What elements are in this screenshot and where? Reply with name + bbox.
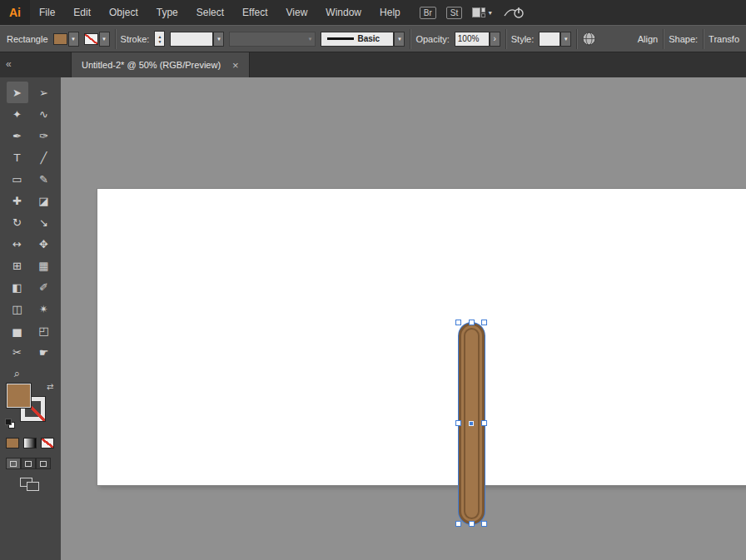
eyedropper-tool[interactable]: ✐ (33, 276, 55, 298)
lasso-tool[interactable]: ∿ (33, 103, 55, 125)
hand-tool[interactable]: ☛ (33, 341, 55, 363)
opacity-value[interactable]: 100% (455, 32, 490, 47)
stroke-swatch-none[interactable] (84, 33, 98, 45)
style-value[interactable] (539, 32, 560, 47)
bridge-button[interactable]: Br (420, 7, 436, 19)
selection-tool[interactable]: ➤ (7, 82, 28, 103)
menu-view[interactable]: View (277, 0, 317, 25)
document-tab[interactable]: Untitled-2* @ 50% (RGB/Preview) × (71, 52, 250, 77)
artboard-tool[interactable]: ◰ (33, 320, 55, 341)
color-button[interactable] (6, 438, 19, 448)
menu-type[interactable]: Type (147, 0, 187, 25)
transform-button[interactable]: Transfo (709, 34, 739, 44)
stroke-weight-label[interactable]: Stroke: (121, 34, 150, 44)
selection-handle-bottom-left[interactable] (455, 521, 461, 527)
width-tool[interactable]: ↔ (7, 233, 28, 255)
magic-wand-tool[interactable]: ✦ (7, 103, 28, 125)
stroke-weight-value[interactable] (170, 32, 213, 47)
gradient-tool[interactable]: ◧ (7, 276, 28, 298)
fill-color-dropdown[interactable]: ▼ (53, 32, 79, 47)
column-graph-tool[interactable]: ▅ (7, 320, 28, 341)
draw-inside-button[interactable] (36, 458, 51, 469)
selection-handle-top-left[interactable] (455, 320, 461, 325)
blend-tool[interactable]: ◫ (7, 298, 28, 320)
stroke-color-dropdown[interactable]: ▼ (84, 32, 110, 47)
mesh-tool[interactable]: ▦ (33, 255, 55, 276)
screen-mode-button[interactable] (20, 478, 40, 491)
shape-label[interactable]: Shape: (669, 34, 698, 44)
selection-handle-top-right[interactable] (481, 320, 487, 325)
swap-fill-stroke-icon[interactable]: ⇄ (47, 382, 53, 391)
menu-window[interactable]: Window (316, 0, 371, 25)
screen-mode-icon-back (27, 482, 39, 491)
menu-file[interactable]: File (30, 0, 64, 25)
arrange-documents-button[interactable]: ▼ (472, 7, 493, 17)
menu-help[interactable]: Help (371, 0, 410, 25)
fill-swatch[interactable] (53, 33, 67, 45)
curvature-tool[interactable]: ✑ (33, 125, 55, 146)
align-button[interactable]: Align (638, 34, 658, 44)
rectangle-tool[interactable]: ▭ (7, 168, 28, 190)
opacity-label[interactable]: Opacity: (415, 34, 449, 44)
selection-handle-middle-left[interactable] (455, 420, 461, 426)
gpu-performance-button[interactable] (503, 6, 525, 19)
menu-edit[interactable]: Edit (64, 0, 100, 25)
none-button[interactable] (41, 438, 54, 448)
symbol-sprayer-tool[interactable]: ✴ (33, 298, 55, 320)
gradient-button[interactable] (23, 438, 37, 448)
menu-bar: Ai File Edit Object Type Select Effect V… (0, 0, 746, 25)
default-fill-stroke-icon[interactable] (5, 419, 17, 430)
brush-definition-combo[interactable]: Basic ▼ (321, 32, 405, 47)
type-tool[interactable]: T (7, 146, 28, 168)
draw-normal-icon (10, 461, 17, 467)
scale-tool[interactable]: ↘ (33, 211, 55, 233)
separator (505, 29, 506, 49)
opacity-combo[interactable]: 100% › (455, 32, 500, 47)
selection-center-point[interactable] (469, 421, 474, 426)
menu-select[interactable]: Select (187, 0, 233, 25)
default-black-swatch (5, 419, 12, 425)
tool-grid: ➤ ➢ ✦ ∿ ✒ ✑ T ╱ ▭ ✎ ✚ ◪ ↻ ↘ ↔ ✥ ⊞ ▦ ◧ ✐ (0, 77, 61, 384)
slice-tool[interactable]: ✂ (7, 341, 28, 363)
selection-handle-middle-right[interactable] (481, 420, 487, 426)
rotate-tool[interactable]: ↻ (7, 211, 28, 233)
direct-selection-tool[interactable]: ➢ (33, 82, 55, 103)
width-profile-dropdown: ▼ (229, 32, 316, 47)
selection-handle-bottom-right[interactable] (481, 521, 487, 527)
draw-behind-button[interactable] (21, 458, 36, 469)
menu-effect[interactable]: Effect (233, 0, 276, 25)
shape-builder-tool[interactable]: ✚ (7, 190, 28, 211)
style-combo[interactable]: ▼ (539, 32, 571, 47)
free-transform-tool[interactable]: ✥ (33, 233, 55, 255)
line-segment-tool[interactable]: ╱ (33, 146, 55, 168)
opacity-arrow-icon[interactable]: › (490, 32, 500, 47)
perspective-grid-tool[interactable]: ⊞ (7, 255, 28, 276)
stroke-weight-arrow-icon[interactable]: ▼ (213, 32, 224, 47)
paintbrush-tool[interactable]: ✎ (33, 168, 55, 190)
eraser-tool[interactable]: ◪ (33, 190, 55, 211)
fill-dropdown-arrow-icon[interactable]: ▼ (68, 32, 79, 47)
selection-handle-bottom-center[interactable] (469, 521, 475, 527)
stock-button[interactable]: St (446, 7, 462, 19)
close-tab-button[interactable]: × (232, 59, 239, 72)
stroke-dropdown-arrow-icon[interactable]: ▼ (99, 32, 110, 47)
stroke-weight-stepper[interactable]: ▲ ▼ (154, 31, 165, 47)
document-tab-bar: « Untitled-2* @ 50% (RGB/Preview) × (0, 52, 746, 77)
stroke-weight-combo[interactable]: ▼ (170, 32, 224, 47)
recolor-artwork-button[interactable] (582, 32, 596, 46)
color-mode-buttons (6, 438, 54, 448)
stepper-down-icon[interactable]: ▼ (157, 39, 162, 44)
fill-indicator[interactable] (7, 384, 31, 408)
style-arrow-icon[interactable]: ▼ (560, 32, 571, 47)
brush-name: Basic (357, 34, 380, 43)
selection-handle-top-center[interactable] (469, 320, 475, 325)
brush-definition-value[interactable]: Basic (321, 32, 394, 47)
brush-arrow-icon[interactable]: ▼ (394, 32, 405, 47)
document-tab-title: Untitled-2* @ 50% (RGB/Preview) (82, 60, 221, 70)
draw-normal-button[interactable] (6, 458, 21, 469)
canvas[interactable] (61, 77, 746, 560)
pen-tool[interactable]: ✒ (7, 125, 28, 146)
collapse-panel-button[interactable]: « (6, 59, 12, 69)
menu-object[interactable]: Object (100, 0, 147, 25)
width-profile-arrow-icon: ▼ (307, 37, 315, 42)
